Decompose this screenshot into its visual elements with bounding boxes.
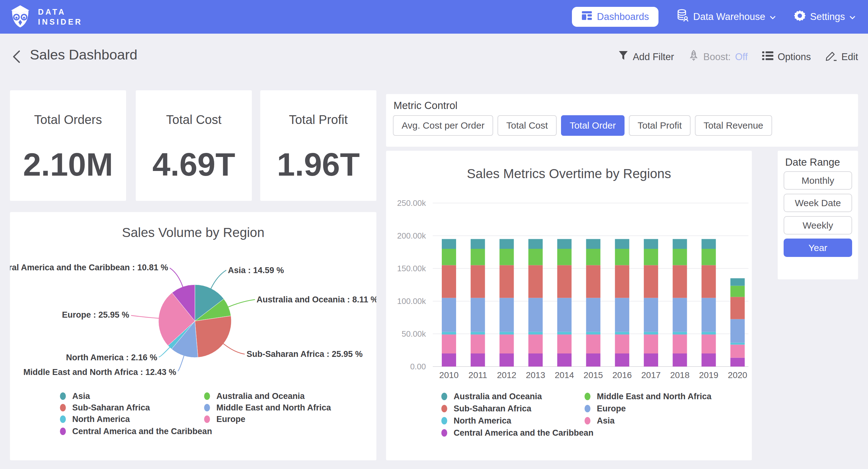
bar-segment[interactable] — [644, 334, 658, 353]
metric-option-total-revenue[interactable]: Total Revenue — [695, 115, 772, 136]
bar-segment[interactable] — [615, 249, 629, 265]
bar-segment[interactable] — [499, 239, 514, 249]
legend-item[interactable]: Central America and the Caribbean — [60, 427, 212, 436]
bar-segment[interactable] — [615, 265, 629, 298]
bar-segment[interactable] — [673, 265, 687, 298]
bar-segment[interactable] — [731, 286, 745, 297]
bar-segment[interactable] — [731, 279, 745, 286]
bar-segment[interactable] — [702, 298, 716, 332]
bar-segment[interactable] — [615, 298, 629, 332]
bar-segment[interactable] — [471, 249, 485, 265]
metric-option-total-cost[interactable]: Total Cost — [497, 115, 556, 136]
bar-segment[interactable] — [702, 353, 716, 367]
nav-dashboards[interactable]: Dashboards — [572, 7, 658, 27]
bar-segment[interactable] — [442, 239, 456, 249]
bar-segment[interactable] — [586, 239, 600, 249]
legend-item[interactable]: Australia and Oceania — [441, 392, 542, 401]
nav-settings[interactable]: Settings — [794, 10, 856, 24]
bar-segment[interactable] — [557, 334, 571, 353]
bar-segment[interactable] — [702, 332, 716, 334]
legend-item[interactable]: Middle East and North Africa — [585, 392, 712, 401]
bar-segment[interactable] — [702, 265, 716, 298]
bar-segment[interactable] — [615, 353, 629, 367]
legend-item[interactable]: Europe — [585, 404, 626, 413]
bar-segment[interactable] — [471, 265, 485, 298]
bar-segment[interactable] — [731, 343, 745, 345]
bar-segment[interactable] — [615, 334, 629, 353]
bar-segment[interactable] — [731, 319, 745, 343]
legend-item[interactable]: North America — [441, 416, 512, 426]
legend-item[interactable]: Asia — [585, 416, 615, 426]
bar-segment[interactable] — [557, 353, 571, 367]
bar-segment[interactable] — [673, 353, 687, 367]
bar-segment[interactable] — [557, 239, 571, 249]
nav-data-warehouse[interactable]: Data Warehouse — [677, 9, 776, 25]
bar-segment[interactable] — [702, 249, 716, 265]
bar-segment[interactable] — [499, 353, 514, 367]
metric-option-total-order[interactable]: Total Order — [561, 115, 624, 136]
bar-segment[interactable] — [557, 332, 571, 334]
bar-segment[interactable] — [528, 332, 542, 334]
bar-segment[interactable] — [499, 265, 514, 298]
bar-segment[interactable] — [586, 265, 600, 298]
date-range-option-monthly[interactable]: Monthly — [784, 171, 852, 189]
legend-item[interactable]: Sub-Saharan Africa — [60, 403, 150, 412]
bar-segment[interactable] — [731, 297, 745, 319]
metric-option-total-profit[interactable]: Total Profit — [629, 115, 690, 136]
bar-segment[interactable] — [586, 334, 600, 353]
options-button[interactable]: Options — [762, 51, 811, 63]
bar-segment[interactable] — [528, 334, 542, 353]
bar-segment[interactable] — [673, 334, 687, 353]
bar-segment[interactable] — [586, 353, 600, 367]
bar-segment[interactable] — [586, 332, 600, 334]
bar-segment[interactable] — [644, 353, 658, 367]
bar-segment[interactable] — [586, 298, 600, 332]
bar-segment[interactable] — [557, 298, 571, 332]
bar-segment[interactable] — [557, 249, 571, 265]
metric-option-avg-cost-per-order[interactable]: Avg. Cost per Order — [393, 115, 493, 136]
bar-segment[interactable] — [644, 239, 658, 249]
back-icon[interactable] — [11, 49, 23, 64]
bar-segment[interactable] — [586, 249, 600, 265]
date-range-option-week-date[interactable]: Week Date — [784, 194, 852, 212]
bar-segment[interactable] — [528, 353, 542, 367]
add-filter-button[interactable]: Add Filter — [618, 51, 674, 63]
bar-segment[interactable] — [499, 298, 514, 332]
date-range-option-year[interactable]: Year — [784, 239, 852, 257]
legend-item[interactable]: Middle East and North Africa — [204, 403, 332, 412]
legend-item[interactable]: Asia — [60, 391, 91, 401]
legend-item[interactable]: Central America and the Caribbean — [441, 428, 594, 438]
bar-segment[interactable] — [731, 345, 745, 358]
bar-segment[interactable] — [471, 332, 485, 334]
bar-segment[interactable] — [471, 239, 485, 249]
boost-toggle[interactable]: Boost: Off — [688, 50, 748, 64]
bar-segment[interactable] — [731, 358, 745, 367]
bar-segment[interactable] — [673, 332, 687, 334]
bar-segment[interactable] — [673, 298, 687, 332]
bar-segment[interactable] — [442, 265, 456, 298]
bar-segment[interactable] — [528, 298, 542, 332]
bar-segment[interactable] — [702, 239, 716, 249]
bar-segment[interactable] — [471, 298, 485, 332]
bar-segment[interactable] — [499, 334, 514, 353]
bar-segment[interactable] — [442, 332, 456, 334]
bar-segment[interactable] — [673, 239, 687, 249]
legend-item[interactable]: Europe — [204, 414, 246, 424]
bar-segment[interactable] — [528, 249, 542, 265]
bar-segment[interactable] — [499, 249, 514, 265]
bar-segment[interactable] — [442, 334, 456, 353]
edit-button[interactable]: Edit — [825, 50, 858, 64]
bar-segment[interactable] — [644, 249, 658, 265]
bar-segment[interactable] — [644, 332, 658, 334]
bar-segment[interactable] — [673, 249, 687, 265]
bar-segment[interactable] — [615, 332, 629, 334]
bar-segment[interactable] — [442, 298, 456, 332]
bar-segment[interactable] — [442, 353, 456, 367]
bar-segment[interactable] — [644, 265, 658, 298]
date-range-option-weekly[interactable]: Weekly — [784, 216, 852, 235]
bar-segment[interactable] — [471, 334, 485, 353]
legend-item[interactable]: Australia and Oceania — [204, 391, 305, 401]
pie-slice[interactable] — [195, 316, 231, 357]
bar-segment[interactable] — [442, 249, 456, 265]
legend-item[interactable]: Sub-Saharan Africa — [441, 404, 532, 413]
